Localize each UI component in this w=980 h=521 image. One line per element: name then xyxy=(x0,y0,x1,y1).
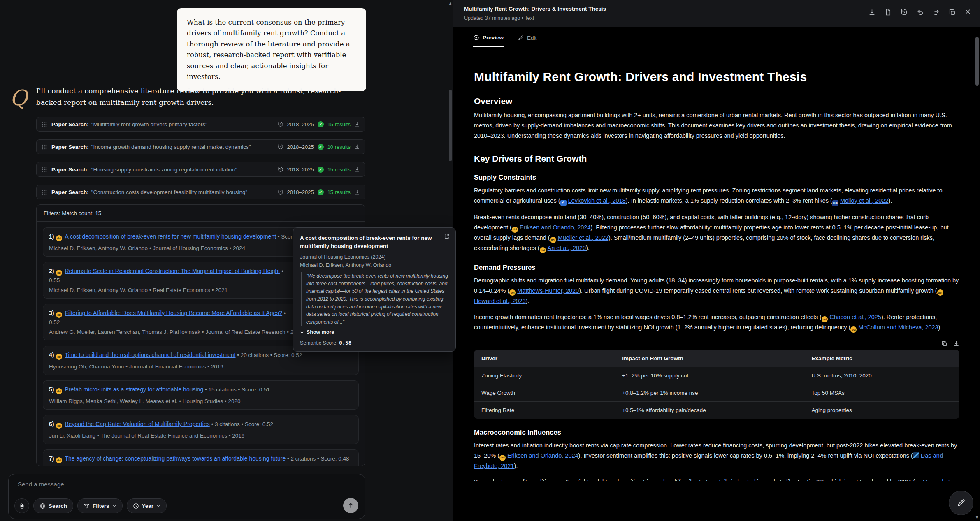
citation-link[interactable]: Howard et al., 2023 xyxy=(474,298,526,304)
table-cell: Aging properties xyxy=(804,401,959,419)
search-toggle-button[interactable]: Search xyxy=(33,498,73,513)
scroll-up-arrow[interactable]: ▲ xyxy=(448,1,452,5)
globe-icon xyxy=(39,503,46,509)
paper-result: 7)doiThe agency of change: conceptualizi… xyxy=(43,449,359,466)
grip-icon xyxy=(42,122,47,127)
copy-icon[interactable] xyxy=(949,9,956,16)
document-content: Multifamily Rent Growth: Drivers and Inv… xyxy=(474,58,959,481)
doc-paragraph: Interest rates and inflation indirectly … xyxy=(474,440,959,472)
send-button[interactable] xyxy=(343,498,358,513)
citation-link[interactable]: Howard et al., 2023 xyxy=(474,479,950,481)
doc-paragraph: Income growth dominates rent trajectorie… xyxy=(474,312,959,333)
paper-title-link[interactable]: Time to build and the real-options chann… xyxy=(65,352,235,358)
paper-title-link[interactable]: Beyond the Cap Rate: Valuation of Multif… xyxy=(65,421,209,427)
download-icon[interactable] xyxy=(354,144,360,150)
paper-title-link[interactable]: Filtering to Affordable: Does Multifamil… xyxy=(65,310,282,316)
tab-preview[interactable]: Preview xyxy=(473,35,504,47)
external-link-icon[interactable] xyxy=(444,234,450,239)
chevron-down-icon xyxy=(300,330,304,334)
table-cell: Filtering Rate xyxy=(474,401,615,419)
download-icon[interactable] xyxy=(354,121,360,127)
paper-meta: • xyxy=(282,310,286,316)
check-circle-icon: ✓ xyxy=(318,167,324,173)
check-circle-icon: ✓ xyxy=(318,121,324,127)
doi-source-icon: doi xyxy=(499,455,506,461)
tab-edit[interactable]: Edit xyxy=(518,35,536,47)
pencil-icon xyxy=(518,35,524,41)
doi-icon: doi xyxy=(56,457,62,463)
paper-title-link[interactable]: A cost decomposition of break-even rents… xyxy=(65,233,276,240)
citation-link[interactable]: Levkovich et al., 2018 xyxy=(568,197,626,204)
composer: Send a message... Search Filters Year xyxy=(8,474,365,519)
paper-number: 1) xyxy=(49,233,54,240)
paper-search-row[interactable]: Paper Search:"Housing supply constraints… xyxy=(36,162,365,177)
doi-source-icon: doi xyxy=(512,227,518,233)
grip-icon xyxy=(42,167,47,172)
download-icon[interactable] xyxy=(354,189,360,195)
filters-button[interactable]: Filters xyxy=(77,498,123,513)
edit-fab-button[interactable] xyxy=(949,491,973,515)
paper-byline: Hyunseung Oh, Chamna Yoon • Journal of F… xyxy=(49,364,353,370)
paper-search-list: Paper Search:"Multifamily rent growth dr… xyxy=(36,117,365,207)
paper-search-row[interactable]: Paper Search:"Income growth demand housi… xyxy=(36,139,365,154)
history-icon[interactable] xyxy=(901,9,908,16)
citation-link[interactable]: An et al., 2020 xyxy=(548,245,586,251)
frb-source-icon: FRB xyxy=(832,200,838,206)
citation-link[interactable]: McCollum and Milcheva, 2023 xyxy=(858,324,938,331)
result-count: 15 results xyxy=(327,167,351,173)
document-header: Multifamily Rent Growth: Drivers & Inves… xyxy=(453,0,980,27)
search-query: "Multifamily rent growth drivers primary… xyxy=(91,121,207,127)
chat-panel: What is the current consensus on the pri… xyxy=(0,0,453,521)
table-cell: U.S. metros, 2010–2020 xyxy=(804,367,959,384)
check-circle-icon: ✓ xyxy=(318,189,324,195)
document-toolbar xyxy=(869,9,971,16)
message-input[interactable]: Send a message... xyxy=(18,481,69,488)
paper-number: 4) xyxy=(49,352,54,358)
redo-icon[interactable] xyxy=(933,9,940,16)
download-icon[interactable] xyxy=(354,167,360,172)
citation-link[interactable]: Molloy et al., 2022 xyxy=(840,197,889,204)
attach-button[interactable] xyxy=(14,498,29,513)
paper-result: 5)doiPrefab micro-units as a strategy fo… xyxy=(43,380,359,410)
citation-link[interactable]: Eriksen and Orlando, 2024 xyxy=(520,224,591,231)
grip-icon xyxy=(42,144,47,150)
year-range: 2018–2025 xyxy=(287,167,314,173)
copy-icon[interactable] xyxy=(941,340,947,347)
paper-search-row[interactable]: Paper Search:"Construction costs develop… xyxy=(36,185,365,199)
result-count: 10 results xyxy=(327,144,351,150)
paper-search-row[interactable]: Paper Search:"Multifamily rent growth dr… xyxy=(36,117,365,132)
check-circle-icon: ✓ xyxy=(318,144,324,150)
paper-title-link[interactable]: Prefab micro-units as a strategy for aff… xyxy=(65,386,203,393)
table-row: Filtering Rate+0.5–1% affordability gain… xyxy=(474,401,959,419)
paper-number: 2) xyxy=(49,268,54,274)
year-range: 2018–2025 xyxy=(287,144,314,150)
table-header: Example Metric xyxy=(804,350,959,367)
citation-link[interactable]: Chacon et al., 2025 xyxy=(829,314,881,320)
scroll-down-arrow[interactable]: ▼ xyxy=(975,515,979,519)
year-button[interactable]: Year xyxy=(127,498,167,513)
table-cell: Zoning Elasticity xyxy=(474,367,615,384)
funnel-icon xyxy=(84,503,90,509)
paper-title-link[interactable]: Returns to Scale in Residential Construc… xyxy=(65,268,280,274)
paper-meta: • 3 citations • Score: 0.52 xyxy=(210,421,273,427)
doc-h3-supply: Supply Constraints xyxy=(474,174,959,181)
paper-title-link[interactable]: The agency of change: conceptualizing pa… xyxy=(65,455,286,462)
result-count: 15 results xyxy=(327,121,351,127)
chat-scrollbar[interactable] xyxy=(449,90,452,161)
doi-source-icon: doi xyxy=(540,247,546,253)
citation-link[interactable]: Matthews-Hunter, 2020 xyxy=(517,287,579,294)
download-icon[interactable] xyxy=(869,9,875,16)
table-toolbar xyxy=(474,340,959,347)
show-more-button[interactable]: Show more xyxy=(300,329,449,335)
paper-byline: Jun Li, Xiaoli Liang • The Journal of Re… xyxy=(49,433,353,439)
citation-link[interactable]: Eriksen and Orlando, 2024 xyxy=(507,452,578,459)
close-icon[interactable] xyxy=(965,9,971,16)
grip-icon xyxy=(42,190,47,195)
new-document-icon[interactable] xyxy=(885,9,892,16)
download-icon[interactable] xyxy=(953,340,959,347)
document-scrollbar[interactable] xyxy=(975,37,979,86)
table-cell: +0.8–1.2% per 1% income rise xyxy=(615,384,804,401)
undo-icon[interactable] xyxy=(917,9,924,16)
filters-match-count: Filters: Match count: 15 xyxy=(37,205,365,222)
citation-link[interactable]: Mueller et al., 2022 xyxy=(558,234,608,241)
